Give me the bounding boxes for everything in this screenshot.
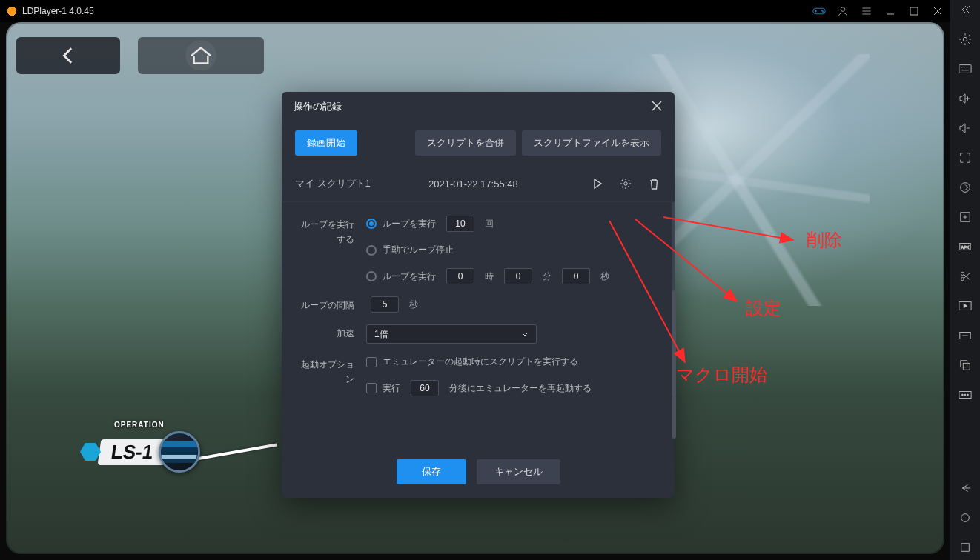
loop-minutes-input[interactable] xyxy=(504,268,532,284)
script-settings-panel: ループを実行する ループを実行 回 手動でループ停止 ループを実行 時 xyxy=(282,202,675,396)
game-back-button[interactable] xyxy=(16,37,120,74)
checkbox-icon[interactable] xyxy=(366,383,377,393)
close-icon[interactable] xyxy=(931,4,944,18)
interval-input[interactable] xyxy=(371,296,399,313)
stage-connector-line xyxy=(196,443,277,460)
radio-on-icon[interactable] xyxy=(366,219,377,229)
accel-select[interactable]: 1倍 xyxy=(366,324,537,344)
svg-point-40 xyxy=(967,394,969,396)
dialog-header: 操作の記録 xyxy=(282,92,675,121)
shake-icon[interactable] xyxy=(955,325,976,346)
svg-point-3 xyxy=(821,10,823,12)
svg-point-46 xyxy=(624,182,627,185)
loop-option-duration[interactable]: ループを実行 時 分 秒 xyxy=(366,268,658,284)
radio-off-icon[interactable] xyxy=(366,245,377,256)
svg-text:APK: APK xyxy=(961,245,970,250)
collapse-sidebar-icon[interactable] xyxy=(960,4,970,22)
startup-run-on-launch[interactable]: エミュレーターの起動時にスクリプトを実行する xyxy=(366,356,658,368)
script-timestamp: 2021-01-22 17:55:48 xyxy=(428,179,590,190)
script-play-icon[interactable] xyxy=(590,176,605,191)
maximize-icon[interactable] xyxy=(907,4,921,18)
svg-line-30 xyxy=(964,274,970,279)
loop-label: ループを実行する xyxy=(295,216,354,247)
minimize-icon[interactable] xyxy=(884,4,897,18)
svg-point-4 xyxy=(823,11,824,13)
stage-code: LS-1 xyxy=(110,441,155,463)
show-script-file-button[interactable]: スクリプトファイルを表示 xyxy=(522,130,661,156)
record-start-button[interactable]: 録画開始 xyxy=(295,130,357,156)
scissors-icon[interactable] xyxy=(955,266,976,287)
annotation-delete: 削除 xyxy=(807,228,842,252)
account-icon[interactable] xyxy=(836,4,850,18)
merge-script-button[interactable]: スクリプトを合併 xyxy=(415,130,516,156)
stage-operation-label: OPERATION xyxy=(114,421,165,429)
accel-label: 加速 xyxy=(295,324,354,341)
restart-minutes-input[interactable] xyxy=(411,380,439,396)
interval-label: ループの間隔 xyxy=(295,296,354,313)
svg-point-42 xyxy=(961,514,970,522)
annotation-macro-start: マクロ開始 xyxy=(676,363,767,387)
macro-record-dialog: 操作の記録 録画開始 スクリプトを合併 スクリプトファイルを表示 マイ スクリプ… xyxy=(282,92,675,498)
sync-icon[interactable] xyxy=(955,177,976,198)
svg-rect-35 xyxy=(961,361,967,367)
app-logo-icon xyxy=(6,5,18,17)
loop-count-input[interactable] xyxy=(446,216,474,232)
more-icon[interactable] xyxy=(955,384,976,405)
save-button[interactable]: 保存 xyxy=(397,459,466,484)
fullscreen-icon[interactable] xyxy=(955,147,976,168)
svg-rect-14 xyxy=(959,65,971,73)
nav-recent-icon[interactable] xyxy=(955,537,976,558)
keyboard-icon[interactable] xyxy=(955,59,976,79)
startup-restart-after[interactable]: 実行 分後にエミュレーターを再起動する xyxy=(366,380,658,396)
svg-line-31 xyxy=(964,273,970,279)
nav-back-icon[interactable] xyxy=(955,478,976,499)
loop-option-count[interactable]: ループを実行 回 xyxy=(366,216,658,232)
svg-point-13 xyxy=(963,37,967,41)
gamepad-icon[interactable] xyxy=(812,4,826,18)
stage-medal-icon xyxy=(159,431,200,473)
loop-option-manual[interactable]: 手動でループ停止 xyxy=(366,244,658,256)
volume-down-icon[interactable] xyxy=(955,118,976,139)
dialog-footer: 保存 キャンセル xyxy=(282,447,675,498)
dialog-toolbar: 録画開始 スクリプトを合併 スクリプトファイルを表示 xyxy=(282,121,675,166)
script-settings-icon[interactable] xyxy=(618,176,633,191)
script-row[interactable]: マイ スクリプト1 2021-01-22 17:55:48 xyxy=(282,166,675,202)
checkbox-icon[interactable] xyxy=(366,357,377,367)
dialog-close-icon[interactable] xyxy=(651,100,663,114)
volume-up-icon[interactable] xyxy=(955,88,976,109)
titlebar: LDPlayer-1 4.0.45 xyxy=(0,0,950,22)
nav-home-icon[interactable] xyxy=(955,507,976,528)
stage-pill[interactable]: OPERATION LS-1 xyxy=(80,431,277,473)
annotation-settings: 設定 xyxy=(746,296,781,320)
svg-point-5 xyxy=(841,7,845,12)
chevron-down-icon xyxy=(521,332,529,336)
settings-gear-icon[interactable] xyxy=(955,29,976,50)
loop-hours-input[interactable] xyxy=(446,268,474,284)
game-home-button[interactable] xyxy=(138,37,264,74)
record-video-icon[interactable] xyxy=(955,296,976,316)
dialog-title: 操作の記録 xyxy=(294,100,342,113)
multi-instance-icon[interactable] xyxy=(955,207,976,227)
loop-seconds-input[interactable] xyxy=(562,268,590,284)
side-toolbar: APK xyxy=(950,0,980,560)
svg-point-28 xyxy=(961,272,964,275)
menu-icon[interactable] xyxy=(860,4,873,18)
svg-point-38 xyxy=(962,394,964,396)
radio-off-icon[interactable] xyxy=(366,271,377,281)
startup-label: 起動オプション xyxy=(295,356,354,387)
svg-point-39 xyxy=(964,394,966,396)
svg-rect-36 xyxy=(963,363,970,370)
clone-icon[interactable] xyxy=(955,355,976,376)
svg-point-22 xyxy=(961,183,970,193)
home-icon xyxy=(153,41,249,70)
svg-rect-43 xyxy=(961,544,970,552)
script-name: マイ スクリプト1 xyxy=(295,177,428,190)
svg-rect-10 xyxy=(910,7,918,15)
app-title: LDPlayer-1 4.0.45 xyxy=(22,6,94,16)
cancel-button[interactable]: キャンセル xyxy=(477,459,560,484)
script-delete-icon[interactable] xyxy=(646,176,661,191)
apk-install-icon[interactable]: APK xyxy=(955,236,976,257)
svg-point-29 xyxy=(961,278,964,281)
